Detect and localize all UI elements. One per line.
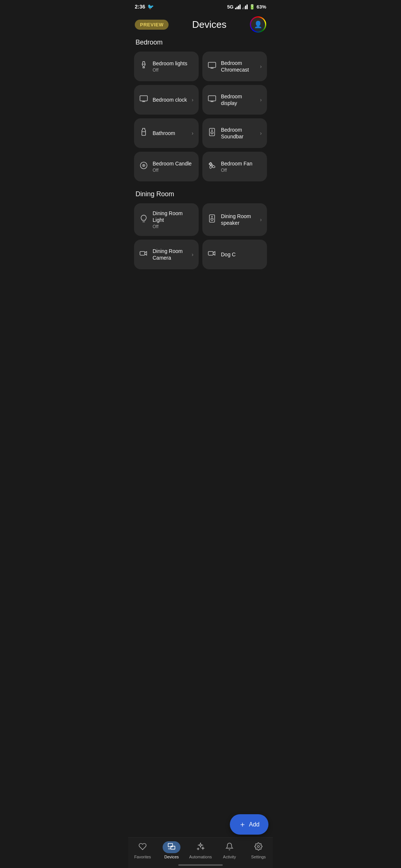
bedroom-grid: Bedroom lights Off Bedroom Chromecast › — [134, 52, 267, 181]
device-info-candle: Bedroom Candle Off — [153, 160, 193, 173]
section-title-bedroom: Bedroom — [134, 39, 267, 46]
device-name: Bedroom Chromecast — [221, 60, 255, 73]
device-name: Dog C — [221, 251, 262, 258]
monitor-icon-3 — [208, 94, 216, 105]
status-right: 5G 🔋 63% — [227, 4, 266, 10]
twitter-icon: 🐦 — [147, 4, 154, 10]
lamp-icon — [139, 61, 148, 72]
svg-rect-9 — [209, 215, 215, 222]
bulb-icon — [139, 214, 148, 225]
device-card-bedroom-lights[interactable]: Bedroom lights Off — [134, 52, 199, 81]
chevron-right-icon: › — [192, 130, 193, 136]
device-info-soundbar: Bedroom Soundbar — [221, 126, 255, 140]
camera-icon-2 — [208, 249, 216, 260]
user-avatar[interactable]: 👤 — [250, 16, 266, 33]
speaker-icon-2 — [208, 214, 216, 225]
chevron-right-icon: › — [260, 130, 262, 136]
device-card-bedroom-clock[interactable]: Bedroom clock › — [134, 85, 199, 115]
device-info-fan: Bedroom Fan Off — [221, 160, 262, 173]
status-bar: 2:36 🐦 5G 🔋 63% — [128, 0, 273, 12]
device-status: Off — [153, 68, 193, 73]
svg-point-4 — [211, 132, 213, 134]
device-card-dog-camera[interactable]: Dog C — [202, 240, 267, 269]
svg-point-10 — [211, 218, 213, 220]
candle-icon — [139, 161, 148, 172]
device-name: Bedroom clock — [153, 96, 187, 103]
device-info-display: Bedroom display — [221, 93, 255, 106]
device-info-dining-camera: Dining Room Camera — [153, 248, 187, 261]
battery-label: 63% — [257, 4, 266, 10]
device-name: Bedroom Fan — [221, 160, 262, 167]
device-card-dining-light[interactable]: Dining Room Light Off — [134, 203, 199, 236]
page-header: PREVIEW Devices 👤 — [128, 12, 273, 39]
svg-point-7 — [143, 165, 144, 166]
speaker-icon — [208, 128, 216, 139]
svg-point-8 — [211, 165, 213, 166]
signal-icon — [235, 4, 241, 9]
device-card-bedroom-display[interactable]: Bedroom display › — [202, 85, 267, 115]
device-card-candle[interactable]: Bedroom Candle Off — [134, 152, 199, 181]
svg-rect-0 — [208, 62, 216, 68]
device-info-dining-speaker: Dining Room speaker — [221, 213, 255, 226]
page-title: Devices — [192, 19, 226, 30]
section-title-dining: Dining Room — [134, 190, 267, 198]
device-name: Bathroom — [153, 130, 187, 137]
chevron-right-icon: › — [260, 63, 262, 69]
device-status: Off — [153, 168, 193, 173]
scroll-content: Bedroom Bedroom lights Off Bedroom Chr — [128, 39, 273, 310]
bottle-icon — [139, 128, 148, 139]
device-name: Dining Room Light — [153, 210, 193, 223]
device-info-dog-camera: Dog C — [221, 251, 262, 258]
monitor-icon — [208, 61, 216, 72]
device-card-dining-camera[interactable]: Dining Room Camera › — [134, 240, 199, 269]
device-info-clock: Bedroom clock — [153, 96, 187, 103]
camera-icon — [139, 249, 148, 260]
network-label: 5G — [227, 4, 234, 10]
svg-point-6 — [140, 162, 147, 169]
svg-point-11 — [212, 216, 212, 217]
svg-rect-1 — [140, 96, 147, 101]
device-card-bathroom[interactable]: Bathroom › — [134, 118, 199, 148]
svg-point-5 — [212, 130, 212, 131]
svg-rect-12 — [140, 251, 145, 255]
device-name: Bedroom Candle — [153, 160, 193, 167]
device-name: Bedroom Soundbar — [221, 126, 255, 140]
monitor-icon-2 — [139, 94, 148, 105]
device-info-bathroom: Bathroom — [153, 130, 187, 137]
device-card-bedroom-chromecast[interactable]: Bedroom Chromecast › — [202, 52, 267, 81]
avatar-image: 👤 — [251, 17, 265, 32]
device-name: Dining Room speaker — [221, 213, 255, 226]
device-info-chromecast: Bedroom Chromecast — [221, 60, 255, 73]
time-display: 2:36 — [135, 4, 145, 10]
device-name: Dining Room Camera — [153, 248, 187, 261]
device-card-soundbar[interactable]: Bedroom Soundbar › — [202, 118, 267, 148]
device-status: Off — [221, 168, 262, 173]
chevron-right-icon: › — [260, 97, 262, 103]
device-card-dining-speaker[interactable]: Dining Room speaker › — [202, 203, 267, 236]
svg-rect-3 — [209, 128, 215, 136]
device-name: Bedroom display — [221, 93, 255, 106]
device-info-dining-light: Dining Room Light Off — [153, 210, 193, 229]
device-info-bedroom-lights: Bedroom lights Off — [153, 60, 193, 73]
device-name: Bedroom lights — [153, 60, 193, 67]
signal-icon-2 — [242, 4, 248, 9]
chevron-right-icon: › — [192, 251, 193, 257]
fan-icon — [208, 161, 216, 172]
svg-rect-2 — [208, 96, 216, 101]
preview-badge: PREVIEW — [135, 20, 169, 30]
device-status: Off — [153, 224, 193, 229]
svg-rect-13 — [208, 251, 213, 255]
battery-icon: 🔋 — [249, 4, 255, 10]
device-card-fan[interactable]: Bedroom Fan Off — [202, 152, 267, 181]
dining-grid: Dining Room Light Off Dining Room speake… — [134, 203, 267, 269]
chevron-right-icon: › — [192, 97, 193, 103]
chevron-right-icon: › — [260, 217, 262, 223]
